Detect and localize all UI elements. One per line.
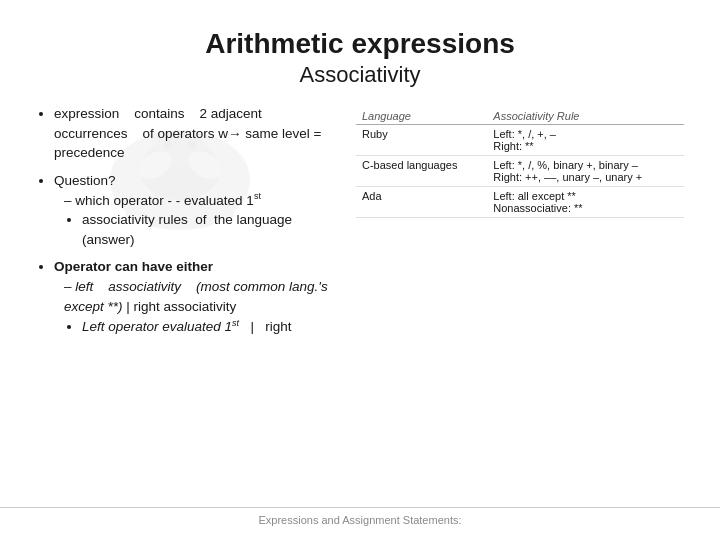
slide-title: Arithmetic expressions	[36, 28, 684, 60]
main-bullet-list: expression contains 2 adjacent occurrenc…	[36, 104, 346, 336]
associativity-table: Language Associativity Rule Ruby Left: *…	[356, 108, 684, 218]
sub-bullet-1: associativity rules of the language (ans…	[82, 210, 346, 249]
table-header-rule: Associativity Rule	[487, 108, 684, 125]
right-column: Language Associativity Rule Ruby Left: *…	[356, 104, 684, 344]
sub-bullet-list-1: associativity rules of the language (ans…	[64, 210, 346, 249]
dash-item-2: left associativity (most common lang.'s …	[64, 277, 346, 336]
table-cell-rule-ruby: Left: *, /, +, –Right: **	[487, 125, 684, 156]
dash-item-1: which operator - - evaluated 1st associa…	[64, 190, 346, 249]
slide-subtitle: Associativity	[36, 62, 684, 88]
sub-bullet-2: Left operator evaluated 1st | right	[82, 316, 346, 336]
content-area: expression contains 2 adjacent occurrenc…	[36, 104, 684, 344]
table-cell-lang-ada: Ada	[356, 187, 487, 218]
sub-bullet-2-text: Left operator evaluated 1st	[82, 319, 239, 334]
table-cell-rule-c: Left: *, /, %, binary +, binary – Right:…	[487, 156, 684, 187]
left-column: expression contains 2 adjacent occurrenc…	[36, 104, 346, 344]
bullet-3: Operator can have either left associativ…	[54, 257, 346, 336]
table-cell-lang-c: C-based languages	[356, 156, 487, 187]
slide: Arithmetic expressions Associativity exp…	[0, 0, 720, 540]
bullet-1: expression contains 2 adjacent occurrenc…	[54, 104, 346, 163]
table-cell-lang-ruby: Ruby	[356, 125, 487, 156]
sub-bullet-list-2: Left operator evaluated 1st | right	[64, 316, 346, 336]
table-cell-rule-ada: Left: all except ** Nonassociative: **	[487, 187, 684, 218]
table-row: Ada Left: all except ** Nonassociative: …	[356, 187, 684, 218]
sub-dash-list-2: left associativity (most common lang.'s …	[54, 277, 346, 336]
table-row: C-based languages Left: *, /, %, binary …	[356, 156, 684, 187]
table-row: Ruby Left: *, /, +, –Right: **	[356, 125, 684, 156]
bullet-3-text: Operator can have either	[54, 259, 213, 274]
dash-item-2-text: left associativity (most common lang.'s …	[64, 279, 328, 314]
table-header-language: Language	[356, 108, 487, 125]
slide-footer: Expressions and Assignment Statements:	[0, 507, 720, 526]
sub-dash-list: which operator - - evaluated 1st associa…	[54, 190, 346, 249]
bullet-2: Question? which operator - - evaluated 1…	[54, 171, 346, 250]
